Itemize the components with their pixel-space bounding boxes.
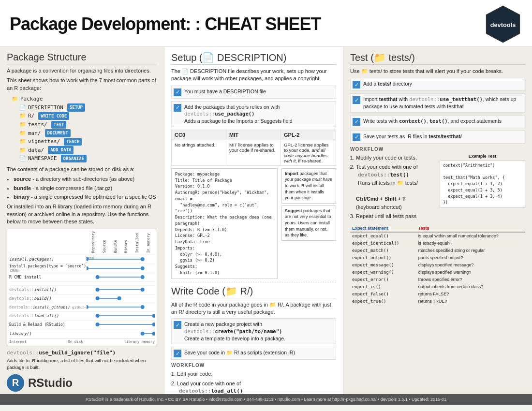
table-row: expect_output()prints specified output? — [350, 254, 525, 261]
main-content: Package Structure A package is a convent… — [0, 47, 532, 394]
diagram-footer: Internet On disk library memory — [9, 338, 155, 344]
badge-organize: ORGANIZE — [61, 155, 87, 162]
diagram-row-devtools-build: devtools::build() — [9, 294, 155, 303]
diagram-row-install-packages-source: install.packages(type = 'source') CRAN— — [9, 264, 155, 273]
license-mit-desc: MIT license applies to your code if re-s… — [226, 140, 281, 165]
diagram-row-devtools-load-all: devtools::load_all() — [9, 312, 155, 321]
expect-table-body: expect_equal()is equal within small nume… — [350, 232, 525, 305]
license-gpl2-desc: GPL-2 license applies to your code, and … — [281, 140, 336, 165]
svg-text:devtools: devtools — [490, 21, 516, 29]
license-table: CC0 MIT GPL-2 No strings attached. MIT l… — [171, 130, 336, 166]
expect-table: Expect statement Tests expect_equal()is … — [350, 225, 525, 305]
callout-import: Import packages that your package must h… — [281, 168, 336, 204]
table-row: expect_message()displays specified messa… — [350, 261, 525, 268]
badge-writecode: WRITE CODE — [38, 112, 69, 120]
diagram-header-inmemory: In memory — [146, 231, 150, 253]
left-column: Package Structure A package is a convent… — [0, 47, 164, 394]
workflow-title-writecode: WORKFLOW — [171, 363, 336, 368]
svg-point-13 — [141, 288, 145, 292]
tree-item-man: 📁 man/ DOCUMENT — [19, 129, 157, 138]
tree-root-label: Package — [20, 95, 43, 103]
example-test-code: context("Arithmetic") test_that("Math wo… — [440, 160, 525, 208]
header: Package Development: : CHEAT SHEET devto… — [0, 0, 532, 47]
badge-adddata: ADD DATA — [48, 146, 74, 154]
rstudio-logo: R RStudio — [7, 374, 157, 392]
tree-item-tests: 📁 tests/ TEST — [19, 120, 157, 129]
example-test-box: Example Test context("Arithmetic") test_… — [440, 154, 525, 222]
check-write-tests: ✓ Write tests with context(), test(), an… — [350, 115, 525, 128]
page-title: Package Development: : CHEAT SHEET — [10, 14, 321, 34]
install-intro: Or installed into an R library (loaded i… — [7, 203, 157, 225]
test-intro: Use 📁 tests/ to store tests that will al… — [350, 68, 525, 75]
checkbox-4: ✓ — [174, 350, 181, 357]
description-section: Package: mypackage Title: Title of Packa… — [171, 168, 336, 279]
diagram-header-binary: Binary — [124, 231, 128, 253]
checkbox-t4: ✓ — [353, 133, 360, 141]
svg-point-25 — [152, 323, 155, 326]
table-row: expect_true()returns TRUE? — [350, 297, 525, 305]
setup-intro: The 📄 DESCRIPTION file describes your wo… — [171, 68, 336, 83]
package-structure-title: Package Structure — [7, 52, 157, 64]
diagram-spacer — [9, 282, 155, 286]
license-gpl2-header: GPL-2 — [281, 130, 336, 140]
workflow-title-test: WORKFLOW — [350, 147, 525, 152]
writecode-intro: All of the R code in your package goes i… — [171, 301, 336, 316]
expect-table-header: Expect statement Tests — [350, 225, 525, 232]
svg-point-15 — [96, 296, 100, 300]
table-row: expect_false()returns FALSE? — [350, 290, 525, 297]
svg-point-27 — [141, 332, 145, 336]
diagram-row-rcmd-install: R CMD install — [9, 273, 155, 282]
diagram-header-bundle: Bundle — [113, 231, 118, 253]
test-step-2: Test your code with one of devtools::tes… — [356, 163, 436, 211]
test-workflow-steps: Modify your code or tests. Test your cod… — [350, 154, 436, 222]
svg-point-3 — [87, 257, 89, 261]
setup-section-title: Setup (📄 DESCRIPTION) — [171, 52, 336, 65]
table-row: expect_identical()is exactly equal? — [350, 239, 525, 247]
svg-point-4 — [141, 257, 145, 261]
license-mit-header: MIT — [226, 130, 281, 140]
check-use-package: ✓ Add the packages that yours relies on … — [171, 101, 336, 127]
diagram-footer-ondisk: On disk — [68, 339, 83, 344]
test-step-1: Modify your code or tests. — [356, 154, 436, 162]
r-logo-circle: R — [7, 374, 24, 392]
diagram-row-devtools-install: devtools::install() — [9, 286, 155, 294]
right-column: Test (📁 tests/) Use 📁 tests/ to store te… — [343, 47, 532, 394]
svg-point-18 — [87, 305, 89, 309]
checkbox-t1: ✓ — [353, 81, 360, 88]
use-build-ignore-fn: devtools::use_build_ignore("file") — [7, 349, 157, 356]
callouts-section: Import packages that your package must h… — [281, 168, 336, 279]
table-row: expect_warning()displays specified warni… — [350, 268, 525, 276]
diagram-row-library: library() — [9, 329, 155, 338]
check-create-package: ✓ Create a new package project with devt… — [171, 318, 336, 344]
svg-point-22 — [152, 314, 155, 318]
workflow-steps-writecode: Edit your code. Load your code with one … — [177, 370, 336, 394]
package-tree: 📁 Package 📄 DESCRIPTION SETUP 📁 R/ WRITE… — [12, 95, 157, 163]
check-add-tests-dir: ✓ Add a tests/ directory — [350, 78, 525, 91]
col-expect-header: Expect statement — [350, 225, 416, 232]
tree-item-namespace: 📄 NAMESPACE ORGANIZE — [19, 154, 157, 163]
badge-test: TEST — [51, 121, 67, 129]
checkbox-1: ✓ — [174, 88, 181, 96]
middle-column: Setup (📄 DESCRIPTION) The 📄 DESCRIPTION … — [164, 47, 343, 394]
storage-list: source - a directory with sub-directorie… — [14, 176, 157, 201]
tree-children: 📄 DESCRIPTION SETUP 📁 R/ WRITE CODE 📁 te… — [19, 103, 157, 163]
svg-point-7 — [141, 266, 145, 270]
intro-text-2: This sheet shows how to work with the 7 … — [7, 77, 157, 92]
diagram-header-installed: Installed — [135, 231, 139, 253]
use-build-ignore-desc: Adds file to .Rbuildignore, a list of fi… — [7, 357, 157, 370]
test-workflow-section: Modify your code or tests. Test your cod… — [350, 154, 525, 222]
workflow-step-1: Edit your code. — [177, 370, 336, 378]
storage-source: source - a directory with sub-directorie… — [14, 176, 157, 183]
title-bold: CHEAT SHEET — [205, 14, 321, 34]
divider-1 — [171, 282, 336, 282]
table-row: expect_error()throws specified error? — [350, 276, 525, 283]
title-light: Package Development: : — [10, 14, 205, 34]
svg-point-10 — [141, 275, 145, 279]
diagram-header-source: Source — [102, 231, 106, 253]
badge-teach: TEACH — [64, 138, 82, 146]
tree-root: 📁 Package — [12, 95, 157, 103]
storage-bundle: bundle - a single compressed file (.tar.… — [14, 185, 157, 192]
footer: RStudio® is a trademark of RStudio, Inc.… — [0, 394, 532, 405]
check-use-testthat: ✓ Import testthat with devtools::use_tes… — [350, 93, 525, 112]
rstudio-text: RStudio — [28, 376, 73, 390]
